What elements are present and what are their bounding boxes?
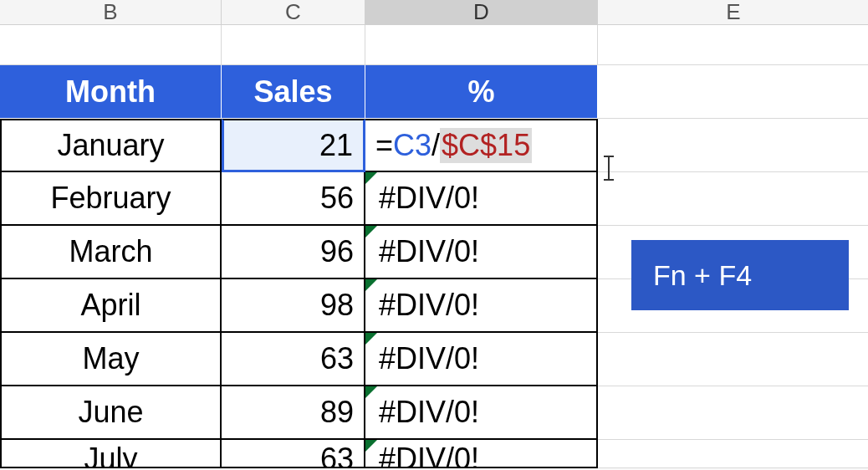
- cell-empty[interactable]: [222, 25, 365, 65]
- cell-month[interactable]: July: [0, 440, 222, 468]
- shortcut-text: Fn + F4: [653, 259, 752, 292]
- error-text: #DIV/0!: [379, 181, 479, 216]
- header-month[interactable]: Month: [0, 65, 222, 119]
- col-header-c[interactable]: C: [222, 0, 365, 25]
- cell-sales[interactable]: 89: [222, 386, 365, 440]
- cell-month[interactable]: June: [0, 386, 222, 440]
- column-sales: Sales 21 56 96 98 63 89 63: [222, 25, 365, 468]
- formula-ref-relative: C3: [393, 128, 431, 163]
- cell-empty[interactable]: [598, 119, 868, 172]
- spreadsheet-grid: B C D E Month January February March Apr…: [0, 0, 868, 468]
- error-text: #DIV/0!: [379, 442, 479, 468]
- cell-month[interactable]: March: [0, 226, 222, 279]
- error-text: #DIV/0!: [379, 288, 479, 323]
- formula-equals: =: [375, 128, 393, 163]
- cell-sales[interactable]: 63: [222, 333, 365, 386]
- error-indicator-icon: [365, 386, 377, 398]
- error-text: #DIV/0!: [379, 341, 479, 376]
- header-pct[interactable]: %: [365, 65, 598, 119]
- cell-empty[interactable]: [0, 25, 222, 65]
- error-indicator-icon: [365, 172, 377, 184]
- cell-empty[interactable]: [598, 65, 868, 119]
- error-indicator-icon: [365, 440, 377, 452]
- cell-month[interactable]: January: [0, 119, 222, 172]
- cell-pct-error[interactable]: #DIV/0!: [365, 386, 598, 440]
- cell-month[interactable]: April: [0, 279, 222, 333]
- cell-pct-error[interactable]: #DIV/0!: [365, 226, 598, 279]
- cell-empty[interactable]: [598, 440, 868, 468]
- cell-empty[interactable]: [598, 172, 868, 226]
- header-sales[interactable]: Sales: [222, 65, 365, 119]
- cell-pct-error[interactable]: #DIV/0!: [365, 440, 598, 468]
- col-header-e[interactable]: E: [598, 0, 868, 25]
- formula-ref-absolute: $C$15: [440, 128, 532, 163]
- cell-pct-error[interactable]: #DIV/0!: [365, 279, 598, 333]
- col-header-d[interactable]: D: [365, 0, 598, 25]
- text-cursor-icon: [604, 156, 614, 181]
- cell-pct-error[interactable]: #DIV/0!: [365, 333, 598, 386]
- cell-month[interactable]: May: [0, 333, 222, 386]
- shortcut-callout: Fn + F4: [631, 240, 849, 310]
- cell-empty[interactable]: [598, 25, 868, 65]
- cell-sales[interactable]: 98: [222, 279, 365, 333]
- formula-divide: /: [431, 128, 440, 163]
- error-indicator-icon: [365, 279, 377, 291]
- cell-pct-error[interactable]: #DIV/0!: [365, 172, 598, 226]
- column-pct: % =C3/$C$15 #DIV/0! #DIV/0! #DIV/0! #DIV…: [365, 25, 598, 468]
- cell-sales[interactable]: 63: [222, 440, 365, 468]
- error-text: #DIV/0!: [379, 395, 479, 430]
- col-header-b[interactable]: B: [0, 0, 222, 25]
- cell-empty[interactable]: [598, 386, 868, 440]
- cell-sales[interactable]: 96: [222, 226, 365, 279]
- error-indicator-icon: [365, 226, 377, 238]
- cell-sales-active[interactable]: 21: [222, 119, 365, 172]
- cell-empty[interactable]: [598, 333, 868, 386]
- cell-month[interactable]: February: [0, 172, 222, 226]
- cell-empty[interactable]: [365, 25, 598, 65]
- cell-formula-editing[interactable]: =C3/$C$15: [365, 119, 598, 172]
- error-text: #DIV/0!: [379, 234, 479, 269]
- column-month: Month January February March April May J…: [0, 25, 222, 468]
- cell-sales[interactable]: 56: [222, 172, 365, 226]
- column-headers: B C D E: [0, 0, 868, 25]
- error-indicator-icon: [365, 333, 377, 345]
